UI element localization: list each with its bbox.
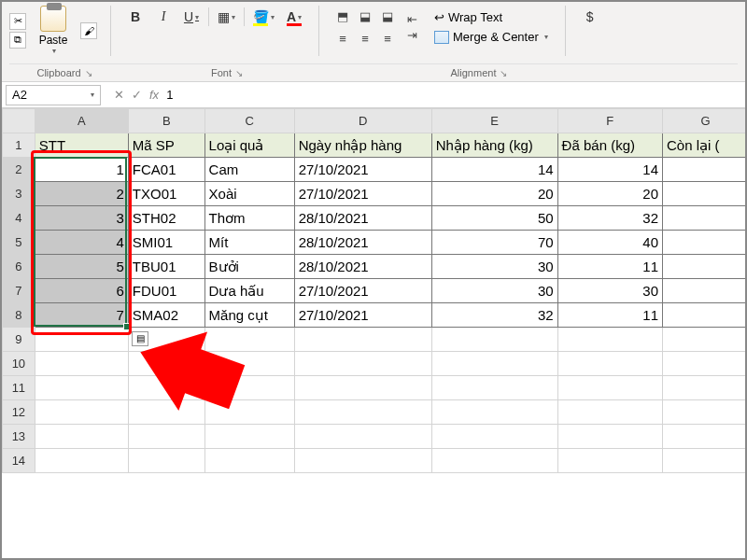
cell-B11[interactable]	[128, 376, 204, 400]
cell-G3[interactable]	[663, 182, 748, 206]
cell-A4[interactable]: 3	[35, 206, 128, 231]
cell-C4[interactable]: Thơm	[204, 206, 294, 231]
cell-A10[interactable]	[35, 352, 128, 376]
increase-indent-button[interactable]: ⇥	[407, 28, 417, 42]
spreadsheet-grid[interactable]: A B C D E F G 1STTMã SPLoại quảNgày nhập…	[2, 108, 745, 473]
row-header-6[interactable]: 6	[3, 255, 35, 279]
cell-E7[interactable]: 30	[431, 279, 557, 303]
cell-F9[interactable]	[557, 328, 662, 352]
row-header-2[interactable]: 2	[3, 158, 35, 182]
align-right-button[interactable]: ≡	[377, 28, 398, 49]
bold-button[interactable]: B	[124, 6, 147, 28]
cell-C9[interactable]	[204, 328, 294, 352]
col-header-G[interactable]: G	[663, 109, 748, 133]
fill-handle[interactable]	[123, 323, 131, 330]
formula-input[interactable]	[166, 85, 633, 105]
cell-F1[interactable]: Đã bán (kg)	[557, 133, 662, 158]
cell-G6[interactable]	[663, 255, 748, 279]
cut-button[interactable]: ✂	[9, 13, 26, 30]
copy-button[interactable]: ⧉	[9, 32, 26, 49]
cell-E13[interactable]	[431, 425, 557, 449]
underline-button[interactable]: U▾	[180, 6, 203, 28]
cell-E11[interactable]	[431, 376, 557, 400]
row-header-1[interactable]: 1	[3, 133, 35, 158]
cell-C8[interactable]: Măng cụt	[204, 303, 294, 328]
cell-F5[interactable]: 40	[557, 231, 662, 255]
cell-A9[interactable]	[35, 328, 128, 352]
cell-B12[interactable]	[128, 400, 204, 425]
cell-B14[interactable]	[128, 449, 204, 473]
cell-F14[interactable]	[557, 449, 662, 473]
cell-D1[interactable]: Ngày nhập hàng	[294, 133, 431, 158]
cell-E2[interactable]: 14	[431, 158, 557, 182]
dialog-launcher-icon[interactable]: ↘	[235, 68, 243, 78]
name-box[interactable]: A2 ▾	[6, 85, 101, 105]
col-header-F[interactable]: F	[557, 109, 662, 133]
cell-F3[interactable]: 20	[557, 182, 662, 206]
align-bottom-button[interactable]: ⬓	[377, 6, 398, 26]
row-header-14[interactable]: 14	[3, 449, 35, 473]
cell-G1[interactable]: Còn lại (	[663, 133, 748, 158]
cell-A1[interactable]: STT	[35, 133, 128, 158]
cell-A14[interactable]	[35, 449, 128, 473]
cancel-formula-button[interactable]: ✕	[114, 88, 124, 102]
cell-F11[interactable]	[557, 376, 662, 400]
accounting-format-button[interactable]: $	[579, 6, 601, 28]
cell-G11[interactable]	[663, 376, 748, 400]
cell-A6[interactable]: 5	[35, 255, 128, 279]
cell-A13[interactable]	[35, 425, 128, 449]
dialog-launcher-icon[interactable]: ↘	[500, 68, 507, 78]
cell-G8[interactable]	[663, 303, 748, 328]
cell-F10[interactable]	[557, 352, 662, 376]
cell-A5[interactable]: 4	[35, 231, 128, 255]
align-middle-button[interactable]: ⬓	[355, 6, 375, 26]
merge-center-button[interactable]: Merge & Center▾	[430, 28, 552, 46]
row-header-11[interactable]: 11	[3, 376, 35, 400]
align-center-button[interactable]: ≡	[355, 28, 375, 49]
cell-G9[interactable]	[663, 328, 748, 352]
italic-button[interactable]: I	[152, 6, 175, 28]
wrap-text-button[interactable]: ↩Wrap Text	[430, 8, 552, 26]
cell-E6[interactable]: 30	[431, 255, 557, 279]
dialog-launcher-icon[interactable]: ↘	[85, 68, 92, 78]
cell-A2[interactable]: 1	[35, 158, 128, 182]
cell-E5[interactable]: 70	[431, 231, 557, 255]
cell-E3[interactable]: 20	[431, 182, 557, 206]
cell-D7[interactable]: 27/10/2021	[294, 279, 431, 303]
cell-G5[interactable]	[663, 231, 748, 255]
fx-icon[interactable]: fx	[149, 88, 159, 102]
cell-E14[interactable]	[431, 449, 557, 473]
cell-B2[interactable]: FCA01	[128, 158, 204, 182]
cell-C13[interactable]	[204, 425, 294, 449]
cell-D11[interactable]	[294, 376, 431, 400]
cell-D8[interactable]: 27/10/2021	[294, 303, 431, 328]
cell-E1[interactable]: Nhập hàng (kg)	[431, 133, 557, 158]
cell-D3[interactable]: 27/10/2021	[294, 182, 431, 206]
cell-G2[interactable]	[663, 158, 748, 182]
cell-G4[interactable]	[663, 206, 748, 231]
cell-E8[interactable]: 32	[431, 303, 557, 328]
cell-G13[interactable]	[663, 425, 748, 449]
cell-C6[interactable]: Bưởi	[204, 255, 294, 279]
cell-G10[interactable]	[663, 352, 748, 376]
cell-C5[interactable]: Mít	[204, 231, 294, 255]
cell-E10[interactable]	[431, 352, 557, 376]
cell-C7[interactable]: Dưa hấu	[204, 279, 294, 303]
row-header-8[interactable]: 8	[3, 303, 35, 328]
cell-B7[interactable]: FDU01	[128, 279, 204, 303]
fill-color-button[interactable]: 🪣 ▾	[250, 6, 277, 28]
cell-C3[interactable]: Xoài	[204, 182, 294, 206]
enter-formula-button[interactable]: ✓	[132, 88, 142, 102]
cell-B1[interactable]: Mã SP	[128, 133, 204, 158]
cell-B8[interactable]: SMA02	[128, 303, 204, 328]
col-header-E[interactable]: E	[431, 109, 557, 133]
cell-D12[interactable]	[294, 400, 431, 425]
row-header-12[interactable]: 12	[3, 400, 35, 425]
cell-B13[interactable]	[128, 425, 204, 449]
col-header-C[interactable]: C	[204, 109, 294, 133]
cell-D14[interactable]	[294, 449, 431, 473]
cell-D2[interactable]: 27/10/2021	[294, 158, 431, 182]
cell-F7[interactable]: 30	[557, 279, 662, 303]
row-header-13[interactable]: 13	[3, 425, 35, 449]
paste-button[interactable]: Paste ▾	[32, 6, 75, 55]
